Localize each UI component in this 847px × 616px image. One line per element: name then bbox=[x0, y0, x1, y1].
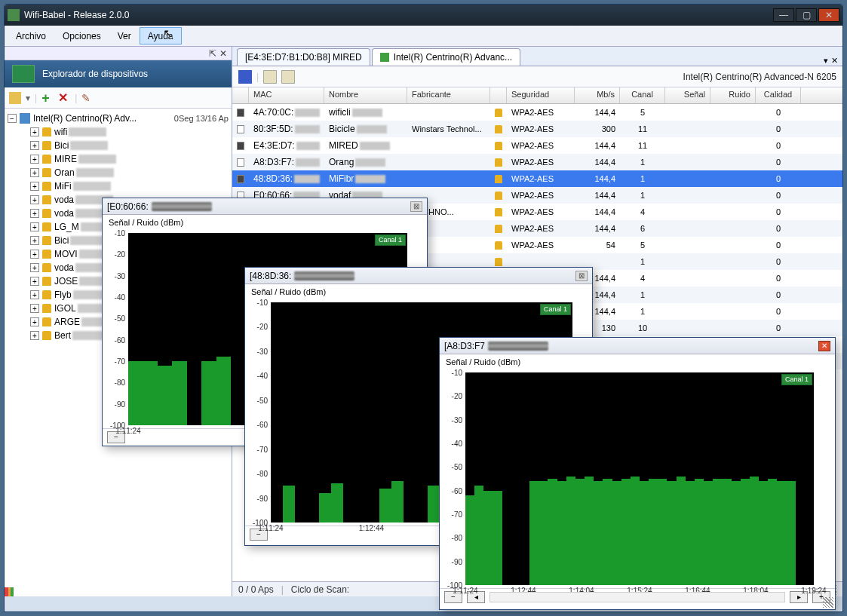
col-ruido[interactable]: Ruido bbox=[710, 87, 756, 103]
sidebar-toolbar: ▾ | + ✕ | ✎ bbox=[5, 87, 232, 109]
checkbox[interactable] bbox=[237, 125, 244, 133]
table-row[interactable]: 4A:70:0C:wificliWPA2-AES144,450 bbox=[232, 104, 842, 121]
lock-icon bbox=[495, 158, 502, 167]
tree-item[interactable]: +wifi bbox=[30, 125, 229, 139]
adapter-status: 0Seg 13/16 Ap bbox=[174, 114, 229, 123]
folder-icon[interactable] bbox=[9, 92, 21, 104]
expand-icon[interactable]: + bbox=[30, 222, 39, 231]
col-canal[interactable]: Canal bbox=[620, 87, 665, 103]
save-icon[interactable] bbox=[238, 70, 252, 84]
table-row[interactable]: 80:3F:5D:BicicleWinstars Technol...WPA2-… bbox=[232, 121, 842, 137]
expand-icon[interactable]: + bbox=[30, 331, 39, 340]
checkbox[interactable] bbox=[237, 175, 244, 183]
tree-item-label: MOVI bbox=[54, 249, 78, 259]
menu-opciones[interactable]: Opciones bbox=[54, 27, 109, 44]
doc1-icon[interactable] bbox=[263, 70, 277, 84]
grid-header: MAC Nombre Fabricante Seguridad Mb/s Can… bbox=[232, 87, 842, 104]
table-row[interactable]: A8:D3:F7:OrangWPA2-AES144,410 bbox=[232, 154, 842, 170]
checkbox[interactable] bbox=[237, 158, 244, 167]
sidebar-title-label: Explorador de dispositivos bbox=[42, 69, 148, 79]
menu-ayuda[interactable]: Ayuda bbox=[140, 27, 182, 44]
col-nombre[interactable]: Nombre bbox=[324, 87, 407, 103]
expand-icon[interactable]: + bbox=[30, 141, 39, 150]
tree-item[interactable]: +MIRE bbox=[30, 152, 229, 166]
chart-mac-2: [48:8D:36: bbox=[250, 271, 291, 281]
brush-icon[interactable]: ✎ bbox=[81, 92, 94, 104]
expand-icon[interactable]: + bbox=[30, 263, 39, 272]
titlebar[interactable]: Wifi-Babel - Release 2.0.0 — ▢ ✕ bbox=[5, 5, 842, 26]
expand-icon[interactable]: + bbox=[30, 127, 39, 136]
checkbox[interactable] bbox=[237, 142, 244, 150]
pin-icon[interactable]: ⇱ bbox=[207, 48, 218, 59]
doc2-icon[interactable] bbox=[281, 70, 295, 84]
collapse-icon[interactable]: − bbox=[8, 114, 17, 123]
chart-title-3[interactable]: [A8:D3:F7 ✕ bbox=[440, 338, 835, 354]
lock-icon bbox=[42, 250, 51, 259]
adapter-full-label: Intel(R) Centrino(R) Advanced-N 6205 bbox=[683, 72, 836, 82]
table-row[interactable]: E4:3E:D7:MIREDWPA2-AES144,4110 bbox=[232, 137, 842, 154]
col-senal[interactable]: Señal bbox=[665, 87, 710, 103]
expand-icon[interactable]: + bbox=[30, 182, 39, 191]
checkbox[interactable] bbox=[237, 109, 244, 117]
chart-title-2[interactable]: [48:8D:36: ⊠ bbox=[245, 268, 592, 284]
expand-icon[interactable]: + bbox=[30, 195, 39, 204]
expand-icon[interactable]: + bbox=[30, 290, 39, 299]
lock-icon bbox=[42, 182, 51, 191]
tab-network[interactable]: [E4:3E:D7:B1:D0:B8] MIRED bbox=[237, 48, 370, 66]
tree-item-label: MIRE bbox=[54, 154, 77, 164]
expand-icon[interactable]: + bbox=[30, 277, 39, 286]
tree-item[interactable]: +MiFi bbox=[30, 179, 229, 193]
tree-root[interactable]: − Intel(R) Centrino(R) Adv... 0Seg 13/16… bbox=[8, 112, 229, 125]
expand-icon[interactable]: + bbox=[30, 209, 39, 218]
tree-item-label: LG_M bbox=[54, 222, 79, 232]
delete-icon[interactable]: ✕ bbox=[58, 92, 70, 104]
expand-icon[interactable]: + bbox=[30, 304, 39, 313]
adapter-icon bbox=[380, 53, 389, 62]
lock-icon bbox=[495, 208, 502, 216]
lock-icon bbox=[42, 331, 51, 340]
signal-bars-icon bbox=[5, 587, 14, 596]
redacted bbox=[294, 271, 354, 280]
chart-scrollbar[interactable] bbox=[489, 592, 785, 602]
sidebar-close-icon[interactable]: ✕ bbox=[218, 48, 229, 59]
redacted bbox=[78, 155, 116, 164]
col-mac[interactable]: MAC bbox=[249, 87, 324, 103]
minimize-button[interactable]: — bbox=[773, 8, 794, 22]
tab-adapter[interactable]: Intel(R) Centrino(R) Advanc... bbox=[372, 48, 520, 66]
resize-grip-3[interactable] bbox=[823, 597, 833, 608]
table-row[interactable]: 48:8D:36:MiFibrWPA2-AES144,410 bbox=[232, 170, 842, 187]
menu-ver[interactable]: Ver bbox=[109, 27, 140, 44]
menubar: Archivo Opciones Ver Ayuda bbox=[5, 26, 842, 47]
tabs-close-icon[interactable]: ✕ bbox=[831, 56, 838, 66]
col-mbs[interactable]: Mb/s bbox=[575, 87, 620, 103]
lock-icon bbox=[495, 192, 502, 200]
menu-archivo[interactable]: Archivo bbox=[8, 27, 54, 44]
chart-close-2[interactable]: ⊠ bbox=[575, 271, 588, 281]
chart-label-1: Señal / Ruido (dBm) bbox=[103, 215, 427, 230]
col-calidad[interactable]: Calidad bbox=[756, 87, 801, 103]
tree-item-label: voda bbox=[54, 262, 74, 273]
chart-mac-1: [E0:60:66: bbox=[107, 201, 149, 212]
col-fabricante[interactable]: Fabricante bbox=[407, 87, 490, 103]
tree-item[interactable]: +Oran bbox=[30, 166, 229, 179]
tree-item[interactable]: +Bici bbox=[30, 139, 229, 152]
expand-icon[interactable]: + bbox=[30, 317, 39, 326]
chart-window-3[interactable]: [A8:D3:F7 ✕ Señal / Ruido (dBm) Canal 1 … bbox=[439, 337, 836, 610]
maximize-button[interactable]: ▢ bbox=[796, 8, 817, 22]
expand-icon[interactable]: + bbox=[30, 155, 39, 164]
chart-close-3[interactable]: ✕ bbox=[818, 341, 830, 351]
lock-icon bbox=[495, 241, 502, 250]
lock-icon bbox=[495, 125, 502, 133]
chart-title-1[interactable]: [E0:60:66: ⊠ bbox=[103, 198, 427, 215]
col-seguridad[interactable]: Seguridad bbox=[507, 87, 575, 103]
close-button[interactable]: ✕ bbox=[818, 8, 839, 22]
chart-close-1[interactable]: ⊠ bbox=[410, 201, 422, 212]
expand-icon[interactable]: + bbox=[30, 250, 39, 259]
add-icon[interactable]: + bbox=[41, 92, 54, 104]
expand-icon[interactable]: + bbox=[30, 236, 39, 245]
tree-item-label: Bici bbox=[54, 235, 69, 246]
adapter-label: Intel(R) Centrino(R) Adv... bbox=[33, 113, 174, 124]
lock-icon bbox=[42, 263, 51, 272]
expand-icon[interactable]: + bbox=[30, 168, 39, 177]
tabs-dropdown-icon[interactable]: ▾ bbox=[824, 56, 828, 66]
